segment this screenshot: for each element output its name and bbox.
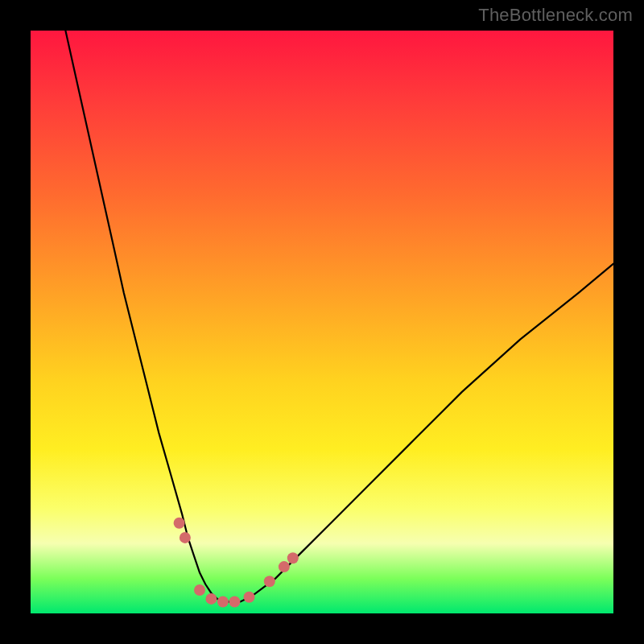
plot-area [31,31,613,613]
chart-frame: TheBottleneck.com [0,0,644,644]
curve-svg [31,31,613,613]
curve-marker [217,597,229,608]
bottleneck-curve [65,31,613,602]
watermark-text: TheBottleneck.com [478,5,633,26]
curve-marker [244,592,255,603]
curve-marker [194,584,205,596]
curve-marker [205,593,217,605]
marker-group [174,518,299,608]
curve-marker [279,561,290,572]
curve-marker [287,552,299,564]
curve-marker [180,532,191,543]
curve-marker [174,518,185,529]
curve-marker [264,576,275,587]
curve-marker [229,597,240,608]
